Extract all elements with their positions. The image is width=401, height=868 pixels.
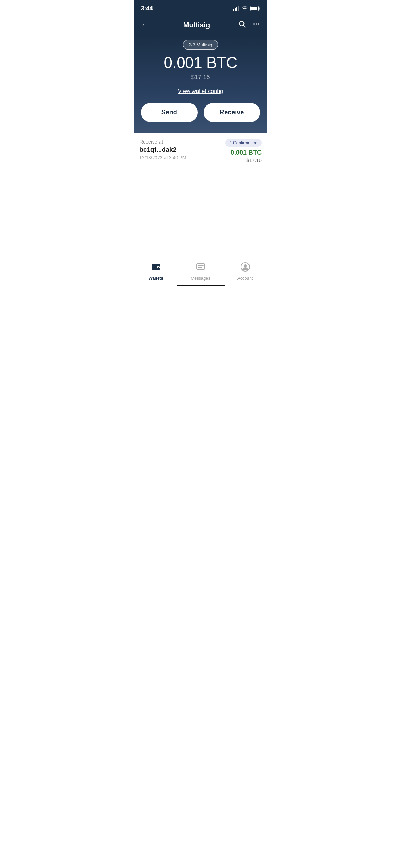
- hero-section: 2/3 Multisig 0.001 BTC $17.16 View walle…: [134, 34, 267, 133]
- confirmation-badge: 1 Confirmation: [225, 139, 262, 147]
- svg-point-9: [253, 23, 255, 25]
- tx-amount-btc: 0.001 BTC: [225, 149, 262, 156]
- nav-item-account[interactable]: Account: [223, 262, 267, 281]
- account-label: Account: [237, 276, 253, 281]
- svg-point-19: [244, 264, 247, 267]
- svg-rect-2: [236, 7, 237, 11]
- wallets-icon: [151, 262, 161, 274]
- svg-rect-3: [238, 6, 239, 11]
- page-title: Multisig: [183, 21, 210, 29]
- svg-point-10: [256, 23, 257, 25]
- tx-date: 12/13/2022 at 3:40 PM: [139, 155, 186, 160]
- wallets-label: Wallets: [149, 276, 164, 281]
- svg-rect-0: [233, 9, 234, 11]
- app-header: ← Multisig: [134, 16, 267, 34]
- table-row[interactable]: Receive at bc1qf...dak2 12/13/2022 at 3:…: [139, 133, 262, 170]
- svg-point-14: [158, 267, 159, 268]
- view-wallet-config-link[interactable]: View wallet config: [141, 88, 260, 94]
- more-options-icon[interactable]: [252, 20, 260, 30]
- nav-item-wallets[interactable]: Wallets: [134, 262, 178, 281]
- tx-left: Receive at bc1qf...dak2 12/13/2022 at 3:…: [139, 139, 186, 160]
- status-icons: [233, 6, 260, 11]
- nav-item-messages[interactable]: Messages: [178, 262, 223, 281]
- wifi-icon: [242, 6, 248, 11]
- transaction-list: Receive at bc1qf...dak2 12/13/2022 at 3:…: [134, 133, 267, 170]
- tx-address: bc1qf...dak2: [139, 146, 186, 154]
- receive-button[interactable]: Receive: [204, 103, 261, 122]
- battery-icon: [250, 6, 260, 11]
- tx-right: 1 Confirmation 0.001 BTC $17.16: [225, 139, 262, 164]
- svg-rect-5: [251, 7, 257, 10]
- svg-rect-1: [235, 8, 236, 11]
- status-bar: 3:44: [134, 0, 267, 16]
- search-icon[interactable]: [238, 20, 246, 30]
- back-button[interactable]: ←: [141, 20, 155, 30]
- signal-icon: [233, 6, 240, 11]
- balance-usd: $17.16: [141, 74, 260, 81]
- svg-rect-6: [259, 7, 260, 10]
- account-icon: [240, 262, 250, 274]
- balance-btc: 0.001 BTC: [141, 54, 260, 72]
- svg-line-8: [243, 25, 245, 27]
- svg-point-11: [258, 23, 259, 25]
- messages-icon: [196, 262, 206, 274]
- action-buttons: Send Receive: [141, 103, 260, 122]
- header-actions: [238, 20, 260, 30]
- send-button[interactable]: Send: [141, 103, 198, 122]
- multisig-badge: 2/3 Multisig: [183, 40, 219, 50]
- tx-amount-usd: $17.16: [246, 157, 262, 163]
- bottom-nav: Wallets Messages Account: [134, 258, 267, 289]
- tx-label: Receive at: [139, 139, 186, 145]
- status-time: 3:44: [141, 5, 153, 12]
- home-indicator: [177, 285, 225, 286]
- svg-rect-15: [197, 264, 205, 269]
- messages-label: Messages: [191, 276, 210, 281]
